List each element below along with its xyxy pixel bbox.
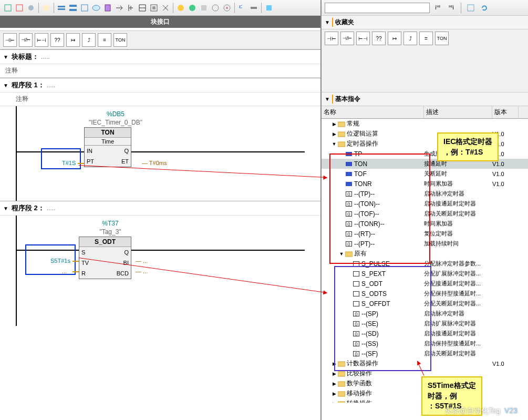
tb-btn-5[interactable]	[56, 2, 67, 14]
tree-row-0[interactable]: ▶常规	[322, 119, 528, 129]
svg-rect-5	[58, 8, 65, 10]
timer-icon	[337, 140, 346, 148]
tb-btn-19[interactable]	[221, 2, 233, 14]
ladder-btn-3[interactable]: ??	[50, 33, 64, 47]
search-down-icon[interactable]: ⅰᴴᴵ	[432, 2, 443, 14]
db-address: %DB5	[84, 110, 147, 118]
ladder-btn-4[interactable]: ↦	[66, 33, 80, 47]
ladder-btn-3[interactable]: ??	[372, 32, 386, 45]
ladder-btn-2[interactable]: ⊢⊣	[35, 33, 48, 47]
svg-rect-28	[338, 392, 345, 396]
collapse-icon[interactable]: ▼	[3, 206, 8, 211]
tb-btn-22[interactable]	[263, 2, 275, 14]
tb-btn-14[interactable]	[160, 2, 171, 14]
editor-panel: 块接口 ⊣⊢⊣/⊢⊢⊣??↦⤴=TON ▼ 块标题： ..... 注释 ▼ 程序…	[0, 0, 322, 420]
block-comment[interactable]: 注释	[0, 64, 320, 78]
svg-rect-10	[105, 5, 110, 11]
tb-btn-2[interactable]	[14, 2, 25, 14]
svg-rect-7	[69, 9, 77, 11]
ladder-btn-5[interactable]: ⤴	[82, 33, 96, 47]
expand-icon[interactable]: ▶	[331, 121, 337, 127]
expand-icon[interactable]: ▶	[331, 371, 337, 376]
svg-rect-23	[338, 142, 345, 147]
timer-address: %T37	[79, 220, 142, 227]
tb-btn-21[interactable]	[248, 2, 260, 14]
iec-callout: IEC格式定时器 ，例：T#1S	[437, 132, 499, 161]
expand-icon[interactable]: ▶	[331, 391, 337, 396]
db-name: "IEC_Timer_0_DB"	[84, 119, 147, 126]
ladder-btn-4[interactable]: ↦	[388, 32, 401, 45]
svg-point-2	[28, 5, 34, 11]
svg-rect-27	[338, 382, 345, 386]
svg-rect-20	[468, 5, 474, 11]
expand-icon[interactable]: ▶	[331, 381, 337, 386]
folder-m-icon	[337, 380, 346, 387]
block-title-label: 块标题：	[12, 52, 39, 62]
refresh-icon[interactable]	[479, 2, 490, 14]
ladder-btn-0[interactable]: ⊣⊢	[3, 33, 17, 47]
tb-btn-18[interactable]	[210, 2, 221, 14]
basic-instructions-header[interactable]: ▼ 基本指令	[322, 93, 528, 106]
svg-rect-12	[152, 6, 156, 9]
folder-icon	[337, 120, 346, 128]
tree-header: 名称 描述 版本	[322, 106, 528, 119]
tb-btn-9[interactable]	[102, 2, 113, 14]
tb-btn-3[interactable]	[25, 2, 37, 14]
search-up-icon[interactable]: ᴴᴵⅰ	[446, 2, 457, 14]
svg-rect-8	[81, 5, 88, 11]
ton-block[interactable]: TON Time INPT QET	[84, 127, 131, 167]
collapse-icon[interactable]: ▼	[3, 83, 8, 88]
filter-icon[interactable]	[465, 2, 477, 14]
tb-btn-1[interactable]	[2, 2, 14, 14]
collapse-icon[interactable]: ▼	[3, 54, 8, 60]
ladder-btn-1[interactable]: ⊣/⊢	[19, 33, 33, 47]
expand-icon[interactable]: ▶	[331, 131, 337, 137]
pt-input-box[interactable]	[41, 148, 81, 169]
tb-btn-17[interactable]	[198, 2, 210, 14]
timer-name: "Tag_3"	[79, 228, 142, 235]
legacy-timer-highlight-box	[334, 266, 431, 371]
ladder-btn-6[interactable]: =	[419, 32, 433, 45]
tb-btn-6[interactable]	[67, 2, 79, 14]
svg-rect-15	[201, 5, 206, 11]
expand-icon[interactable]: ▶	[331, 401, 337, 403]
pt-value[interactable]: T#1S	[62, 160, 76, 166]
tb-btn-8[interactable]	[90, 2, 102, 14]
tv-value[interactable]: S5T#1s	[50, 258, 70, 264]
tb-btn-4[interactable]	[40, 2, 52, 14]
ladder-btn-6[interactable]: =	[98, 33, 111, 47]
segment-2-ladder[interactable]: %T37 "Tag_3" S_ODT STVR QBIBCD S5T#1s ..…	[0, 216, 320, 326]
tb-btn-11[interactable]	[125, 2, 137, 14]
ladder-btn-5[interactable]: ⤴	[403, 32, 417, 45]
segment-2-header[interactable]: ▼ 程序段 2： .....	[0, 201, 320, 216]
svg-rect-21	[338, 122, 345, 127]
favorites-header[interactable]: ▼ 收藏夹	[322, 16, 528, 29]
ladder-btn-0[interactable]: ⊣⊢	[325, 32, 338, 45]
tb-btn-12[interactable]	[137, 2, 148, 14]
tb-btn-20[interactable]	[236, 2, 248, 14]
tb-btn-13[interactable]	[148, 2, 160, 14]
ladder-btn-1[interactable]: ⊣/⊢	[340, 32, 354, 45]
segment-1-header[interactable]: ▼ 程序段 1： .....	[0, 78, 320, 93]
block-title-row[interactable]: ▼ 块标题： .....	[0, 49, 320, 64]
segment-1-ladder[interactable]: %DB5 "IEC_Timer_0_DB" TON Time INPT QET …	[0, 106, 320, 201]
favorites-toolbar: ⊣⊢⊣/⊢⊢⊣??↦⤴=TON	[322, 29, 528, 93]
svg-rect-29	[338, 402, 345, 403]
ladder-btn-2[interactable]: ⊢⊣	[356, 32, 370, 45]
tb-btn-16[interactable]	[187, 2, 198, 14]
tb-btn-10[interactable]	[113, 2, 125, 14]
expand-icon[interactable]: ▼	[331, 141, 337, 147]
sodt-block[interactable]: S_ODT STVR QBIBCD	[79, 237, 131, 279]
ladder-btn-7[interactable]: TON	[435, 32, 449, 45]
svg-rect-18	[251, 7, 257, 9]
tb-btn-15[interactable]	[175, 2, 187, 14]
tb-btn-7[interactable]	[79, 2, 90, 14]
search-input[interactable]	[325, 3, 430, 13]
folder-icon	[337, 130, 346, 138]
svg-rect-26	[338, 372, 345, 376]
svg-rect-19	[266, 5, 272, 11]
ladder-btn-7[interactable]: TON	[113, 33, 127, 47]
interface-header: 块接口	[0, 16, 320, 28]
segment-1-comment[interactable]: 注释	[0, 93, 320, 106]
folder-icon	[337, 390, 346, 397]
